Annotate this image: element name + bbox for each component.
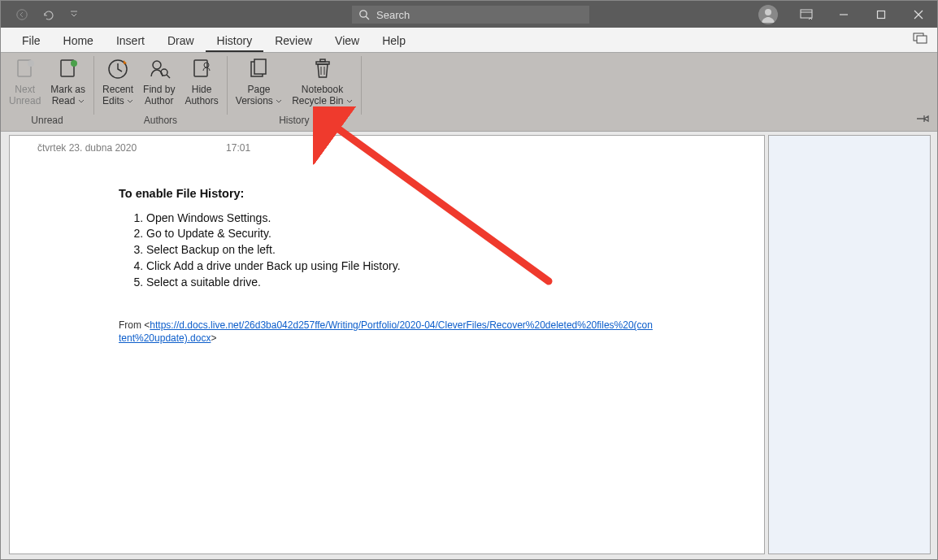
qat-customize-button[interactable] bbox=[64, 5, 84, 24]
chevron-down-icon bbox=[127, 99, 133, 104]
pin-icon bbox=[916, 114, 929, 124]
svg-point-17 bbox=[71, 60, 77, 67]
note-steps-list: Open Windows Settings. Go to Update & Se… bbox=[119, 211, 655, 291]
tab-review[interactable]: Review bbox=[263, 29, 324, 52]
maximize-icon bbox=[876, 10, 886, 20]
svg-rect-9 bbox=[878, 11, 885, 18]
tab-home[interactable]: Home bbox=[52, 29, 105, 52]
title-bar: Enable - OneNote Search bbox=[1, 1, 937, 28]
chevron-down-icon bbox=[70, 11, 78, 19]
svg-point-5 bbox=[765, 9, 771, 15]
mark-as-read-label: Mark as Read bbox=[50, 84, 85, 106]
next-unread-icon bbox=[14, 58, 37, 80]
svg-point-15 bbox=[28, 60, 34, 67]
tab-view[interactable]: View bbox=[324, 29, 371, 52]
ribbon-group-unread: Next Unread Mark as Read Unread bbox=[1, 53, 93, 131]
back-arrow-icon bbox=[15, 8, 28, 21]
note-body: To enable File History: Open Windows Set… bbox=[10, 154, 764, 345]
page-versions-icon bbox=[247, 58, 270, 80]
back-button[interactable] bbox=[12, 5, 32, 24]
list-item: Select a suitable drive. bbox=[146, 275, 655, 291]
svg-rect-6 bbox=[801, 10, 812, 18]
close-icon bbox=[914, 10, 923, 20]
hide-authors-label: Hide Authors bbox=[185, 84, 218, 106]
svg-rect-27 bbox=[320, 59, 325, 62]
find-author-icon bbox=[147, 57, 172, 81]
list-item: Select Backup on the left. bbox=[146, 242, 655, 258]
tab-help[interactable]: Help bbox=[371, 29, 417, 52]
note-heading: To enable File History: bbox=[119, 186, 655, 202]
note-page[interactable]: čtvrtek 23. dubna 2020 17:01 To enable F… bbox=[9, 135, 765, 554]
full-screen-button[interactable] bbox=[913, 33, 927, 46]
recycle-bin-icon bbox=[311, 58, 334, 80]
find-by-author-button[interactable]: Find by Author bbox=[138, 54, 180, 106]
recent-edits-button[interactable]: Recent Edits bbox=[98, 54, 138, 106]
svg-rect-25 bbox=[254, 59, 266, 74]
ribbon-tabs: File Home Insert Draw History Review Vie… bbox=[1, 28, 937, 53]
page-versions-label: Page Versions bbox=[236, 84, 282, 106]
maximize-button[interactable] bbox=[862, 1, 900, 28]
recent-edits-icon bbox=[106, 57, 130, 81]
minimize-icon bbox=[839, 10, 849, 20]
tab-history[interactable]: History bbox=[206, 29, 264, 52]
workspace: čtvrtek 23. dubna 2020 17:01 To enable F… bbox=[1, 132, 937, 559]
ribbon-group-unread-label: Unread bbox=[31, 115, 63, 128]
mark-read-icon bbox=[57, 58, 80, 80]
page-time: 17:01 bbox=[226, 142, 250, 154]
search-placeholder: Search bbox=[376, 9, 410, 21]
undo-button[interactable] bbox=[38, 5, 58, 24]
minimize-button[interactable] bbox=[825, 1, 862, 28]
find-by-author-label: Find by Author bbox=[143, 84, 175, 106]
tab-draw[interactable]: Draw bbox=[156, 29, 206, 52]
ribbon: Next Unread Mark as Read Unread Recent E… bbox=[1, 53, 937, 132]
undo-icon bbox=[41, 8, 54, 21]
svg-point-23 bbox=[204, 63, 209, 67]
list-item: Open Windows Settings. bbox=[146, 211, 655, 227]
source-line: From <https://d.docs.live.net/26d3ba042d… bbox=[119, 319, 655, 345]
from-suffix: > bbox=[211, 332, 216, 344]
next-unread-button[interactable]: Next Unread bbox=[4, 54, 46, 106]
svg-line-21 bbox=[167, 75, 170, 78]
from-prefix: From < bbox=[119, 319, 150, 331]
ribbon-group-authors: Recent Edits Find by Author Hide Authors… bbox=[94, 53, 227, 131]
page-date: čtvrtek 23. dubna 2020 bbox=[37, 142, 137, 154]
tab-insert[interactable]: Insert bbox=[105, 29, 156, 52]
user-avatar[interactable] bbox=[758, 5, 778, 24]
pin-ribbon-button[interactable] bbox=[916, 114, 929, 126]
ribbon-group-history: Page Versions Notebook Recycle Bin Histo… bbox=[228, 53, 361, 131]
notebook-recycle-bin-label: Notebook Recycle Bin bbox=[292, 84, 353, 106]
full-screen-icon bbox=[913, 33, 927, 44]
ribbon-display-options-button[interactable] bbox=[788, 1, 825, 28]
avatar-icon bbox=[758, 5, 778, 24]
recent-edits-label: Recent Edits bbox=[102, 84, 133, 106]
svg-rect-13 bbox=[917, 36, 927, 43]
hide-authors-button[interactable]: Hide Authors bbox=[180, 54, 223, 106]
ribbon-group-history-label: History bbox=[279, 115, 309, 128]
search-icon bbox=[358, 9, 370, 20]
source-link[interactable]: https://d.docs.live.net/26d3ba042d257ffe… bbox=[119, 319, 653, 344]
list-item: Go to Update & Security. bbox=[146, 226, 655, 242]
search-box[interactable]: Search bbox=[352, 6, 589, 24]
page-versions-button[interactable]: Page Versions bbox=[231, 54, 287, 106]
notebook-recycle-bin-button[interactable]: Notebook Recycle Bin bbox=[287, 54, 358, 106]
svg-point-0 bbox=[17, 9, 27, 19]
tab-file[interactable]: File bbox=[11, 29, 52, 52]
close-button[interactable] bbox=[900, 1, 937, 28]
svg-line-3 bbox=[366, 16, 369, 20]
chevron-down-icon bbox=[346, 99, 353, 104]
mark-as-read-button[interactable]: Mark as Read bbox=[46, 54, 90, 106]
chevron-down-icon bbox=[276, 99, 282, 104]
next-unread-label: Next Unread bbox=[9, 84, 41, 106]
chevron-down-icon bbox=[78, 99, 85, 104]
page-list-panel[interactable] bbox=[768, 135, 931, 554]
ribbon-group-authors-label: Authors bbox=[144, 115, 177, 128]
hide-authors-icon bbox=[190, 58, 213, 80]
ribbon-options-icon bbox=[800, 9, 813, 20]
svg-point-19 bbox=[153, 61, 161, 69]
svg-point-2 bbox=[360, 11, 367, 17]
list-item: Click Add a drive under Back up using Fi… bbox=[146, 258, 655, 275]
